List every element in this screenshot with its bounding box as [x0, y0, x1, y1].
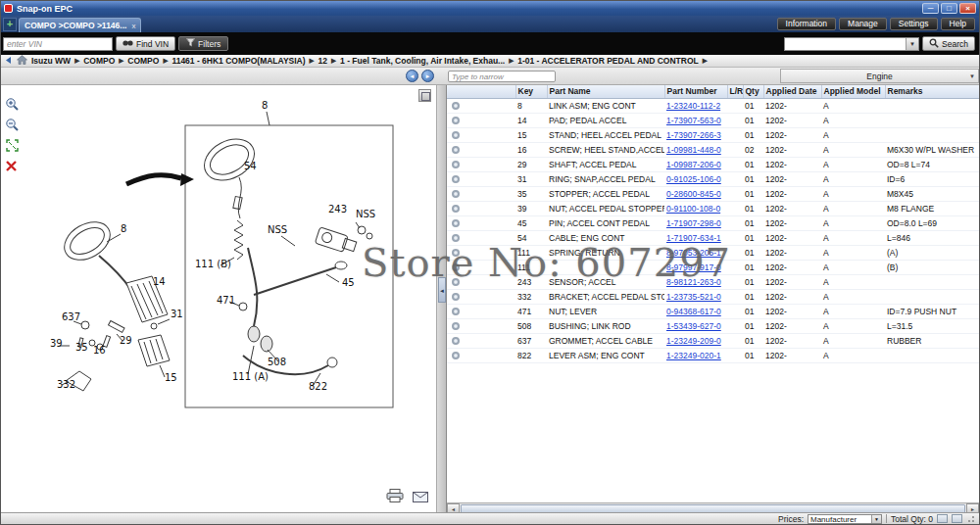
maximize-button[interactable]: □: [941, 3, 957, 14]
diagram-callout[interactable]: 471: [217, 295, 235, 306]
diagram-callout[interactable]: 508: [268, 357, 286, 367]
vin-input[interactable]: [3, 37, 113, 51]
find-vin-button[interactable]: Find VIN: [116, 36, 175, 51]
search-button[interactable]: Search: [922, 36, 975, 51]
table-row[interactable]: 1118-97997-917-0011202-A(B): [447, 260, 979, 274]
part-number-link[interactable]: 1-23735-521-0: [666, 292, 721, 302]
table-row[interactable]: 8LINK ASM; ENG CONT1-23240-112-2011202-A: [447, 98, 979, 113]
column-header-key[interactable]: Key: [515, 85, 547, 98]
table-row[interactable]: 31RING; SNAP,ACCEL PEDAL0-91025-106-0011…: [447, 171, 979, 186]
table-row[interactable]: 54CABLE; ENG CONT1-71907-634-1011202-AL=…: [447, 230, 979, 245]
diagram-callout[interactable]: 8: [121, 223, 126, 234]
minimize-button[interactable]: ─: [922, 3, 939, 14]
engine-column-dropdown[interactable]: Engine ▼: [780, 69, 979, 83]
breadcrumb-item[interactable]: COMPO: [83, 56, 115, 66]
overview-toggle-icon[interactable]: [418, 89, 431, 102]
breadcrumb-item[interactable]: 11461 - 6HK1 COMPO(MALAYSIA): [172, 56, 305, 66]
part-number-link[interactable]: 1-23240-112-2: [666, 101, 720, 111]
part-number-link[interactable]: 0-91100-108-0: [666, 204, 720, 214]
settings-button[interactable]: Settings: [890, 18, 938, 30]
part-number-link[interactable]: 1-09987-206-0: [666, 160, 721, 169]
new-tab-button[interactable]: +: [3, 18, 17, 31]
diagram-callout[interactable]: 39: [50, 338, 63, 349]
zoom-in-icon[interactable]: [5, 97, 20, 112]
diagram-callout[interactable]: 31: [171, 309, 183, 319]
nav-back-button[interactable]: ◄: [406, 70, 418, 82]
diagram-callout[interactable]: 111 (A): [232, 371, 269, 382]
column-header-lr[interactable]: L/R: [727, 85, 743, 98]
close-diagram-icon[interactable]: [5, 159, 20, 173]
table-row[interactable]: 471NUT; LEVER0-94368-617-0011202-AID=7.9…: [447, 304, 979, 318]
table-row[interactable]: 243SENSOR; ACCEL8-98121-263-0011202-A: [447, 274, 979, 289]
diagram-callout[interactable]: 54: [244, 161, 257, 171]
email-icon[interactable]: [413, 489, 428, 506]
search-input[interactable]: [785, 38, 906, 50]
close-button[interactable]: ×: [959, 3, 976, 14]
table-row[interactable]: 39NUT; ACCEL PEDAL STOPPER0-91100-108-00…: [447, 201, 979, 215]
grid-view-icon[interactable]: [937, 514, 948, 523]
help-button[interactable]: Help: [941, 18, 975, 30]
breadcrumb-item[interactable]: COMPO: [127, 56, 159, 66]
zoom-out-icon[interactable]: [5, 118, 20, 132]
search-dropdown-icon[interactable]: ▼: [906, 38, 918, 50]
diagram-callout[interactable]: 8: [262, 100, 268, 111]
diagram-callout[interactable]: 822: [309, 381, 327, 392]
resize-grip[interactable]: [966, 514, 975, 523]
table-row[interactable]: 332BRACKET; ACCEL PEDAL STOPPER1-23735-5…: [447, 289, 979, 304]
table-row[interactable]: 111SPRING; RETURN8-97053-205-1011202-A(A…: [447, 245, 979, 260]
diagram-callout[interactable]: 29: [120, 335, 132, 346]
diagram-callout[interactable]: 637: [62, 311, 80, 322]
part-number-link[interactable]: 1-71907-298-0: [666, 218, 721, 228]
diagram-callout[interactable]: 15: [165, 372, 177, 383]
layout-icon[interactable]: [952, 514, 962, 523]
information-button[interactable]: Information: [777, 18, 837, 30]
diagram-callout[interactable]: NSS: [356, 209, 375, 219]
prices-dropdown[interactable]: Manufacturer ▼: [808, 514, 882, 524]
splitter-collapse-icon[interactable]: ◄: [438, 277, 446, 303]
breadcrumb-item[interactable]: Isuzu WW: [31, 56, 71, 66]
table-row[interactable]: 822LEVER ASM; ENG CONT1-23249-020-101120…: [447, 348, 979, 362]
breadcrumb-item[interactable]: 12: [318, 56, 327, 66]
back-icon[interactable]: [4, 56, 13, 67]
table-row[interactable]: 637GROMMET; ACCEL CABLE1-23249-209-00112…: [447, 333, 979, 348]
diagram-callout[interactable]: 243: [328, 204, 347, 215]
part-number-link[interactable]: 1-71907-634-1: [666, 233, 721, 243]
prices-dropdown-icon[interactable]: ▼: [871, 515, 881, 523]
part-number-link[interactable]: 1-53439-627-0: [666, 321, 721, 331]
column-header-part-number[interactable]: Part Number: [664, 85, 727, 98]
table-row[interactable]: 508BUSHING; LINK ROD1-53439-627-0011202-…: [447, 318, 979, 333]
part-number-link[interactable]: 0-94368-617-0: [666, 307, 721, 316]
column-header-applied-date[interactable]: Applied Date: [763, 85, 821, 98]
nav-forward-button[interactable]: ►: [421, 70, 434, 82]
table-row[interactable]: 16SCREW; HEEL STAND,ACCEL PEDAL1-09981-4…: [447, 142, 979, 157]
table-row[interactable]: 29SHAFT; ACCEL PEDAL1-09987-206-0011202-…: [447, 157, 979, 171]
column-header-remarks[interactable]: Remarks: [885, 85, 979, 98]
diagram-callout[interactable]: 45: [342, 277, 355, 288]
diagram-callout[interactable]: 111 (B): [195, 259, 231, 269]
panel-splitter[interactable]: ◄: [436, 85, 447, 514]
part-number-link[interactable]: 1-73907-266-3: [666, 130, 721, 140]
table-row[interactable]: 14PAD; PEDAL ACCEL1-73907-563-0011202-A: [447, 113, 979, 127]
column-header-qty[interactable]: Qty: [743, 85, 763, 98]
print-icon[interactable]: [386, 489, 404, 506]
table-row[interactable]: 45PIN; ACCEL CONT PEDAL1-71907-298-00112…: [447, 215, 979, 230]
part-number-link[interactable]: 8-97053-205-1: [666, 248, 721, 258]
table-row[interactable]: 15STAND; HEEL ACCEL PEDAL1-73907-266-301…: [447, 127, 979, 142]
part-number-link[interactable]: 8-98121-263-0: [666, 277, 721, 287]
tab-close-icon[interactable]: x: [131, 22, 135, 30]
manage-button[interactable]: Manage: [839, 18, 887, 30]
diagram-callout[interactable]: 35: [75, 342, 88, 353]
part-number-link[interactable]: 0-91025-106-0: [666, 174, 721, 184]
filters-button[interactable]: Filters: [178, 36, 228, 51]
diagram-callout[interactable]: NSS: [268, 224, 287, 235]
column-header-part-name[interactable]: Part Name: [547, 85, 664, 98]
home-icon[interactable]: [17, 55, 27, 67]
part-number-link[interactable]: 1-09981-448-0: [666, 145, 721, 155]
part-number-link[interactable]: 1-73907-563-0: [666, 116, 721, 125]
breadcrumb-item[interactable]: 1-01 - ACCELERATOR PEDAL AND CONTROL: [517, 56, 699, 66]
type-to-narrow-input[interactable]: [448, 71, 556, 82]
part-number-link[interactable]: 1-23249-020-1: [666, 351, 721, 360]
part-number-link[interactable]: 8-97997-917-0: [666, 262, 721, 272]
diagram-callout[interactable]: 332: [57, 379, 75, 390]
column-header-applied-model[interactable]: Applied Model: [821, 85, 885, 98]
